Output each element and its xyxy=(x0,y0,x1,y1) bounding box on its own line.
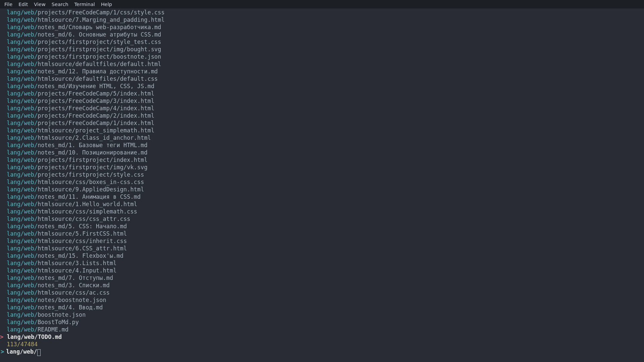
result-prefix: lang/web/ xyxy=(7,75,38,82)
fzf-result-line[interactable]: lang/web/notes_md/10. Позиционирование.m… xyxy=(0,149,644,156)
result-prefix: lang/web/ xyxy=(7,260,38,266)
fzf-result-line[interactable]: lang/web/htmlsource/5.FirstCSS.html xyxy=(0,230,644,237)
fzf-result-line[interactable]: lang/web/htmlsource/css/boxes_in-css.css xyxy=(0,178,644,186)
result-prefix: lang/web/ xyxy=(7,282,38,289)
result-path: notes_md/3. Списки.md xyxy=(38,282,110,289)
result-prefix: lang/web/ xyxy=(7,142,38,148)
fzf-result-line[interactable]: lang/web/notes_md/11. Анимация в CSS.md xyxy=(0,193,644,200)
result-path: htmlsource/defaultfiles/default.html xyxy=(38,61,161,67)
fzf-result-line[interactable]: lang/web/notes_md/1. Базовые теги HTML.m… xyxy=(0,141,644,149)
result-path: notes_md/12. Правила доступности.md xyxy=(38,68,158,75)
fzf-result-line[interactable]: lang/web/notes_md/5. CSS: Начало.md xyxy=(0,223,644,230)
result-prefix: lang/web/ xyxy=(7,9,38,16)
fzf-result-line[interactable]: lang/web/notes_md/4. Ввод.md xyxy=(0,304,644,311)
menu-help[interactable]: Help xyxy=(98,1,115,8)
fzf-prompt[interactable]: >lang/web/ xyxy=(0,348,644,355)
fzf-result-line[interactable]: lang/web/htmlsource/4.Input.html xyxy=(0,267,644,274)
result-path: htmlsource/css/inherit.css xyxy=(38,238,127,244)
fzf-result-line[interactable]: lang/web/htmlsource/css/inherit.css xyxy=(0,237,644,245)
result-prefix: lang/web/ xyxy=(7,68,38,75)
fzf-result-line[interactable]: lang/web/notes_md/3. Списки.md xyxy=(0,282,644,289)
result-path: htmlsource/defaultfiles/default.css xyxy=(38,75,158,82)
fzf-result-line[interactable]: lang/web/projects/firstproject/style.css xyxy=(0,171,644,178)
menu-edit[interactable]: Edit xyxy=(15,1,31,8)
result-path: boostnote.json xyxy=(38,311,86,318)
fzf-result-line[interactable]: lang/web/htmlsource/defaultfiles/default… xyxy=(0,60,644,68)
fzf-result-line[interactable]: lang/web/htmlsource/project_simplemath.h… xyxy=(0,127,644,134)
fzf-result-line[interactable]: lang/web/projects/firstproject/index.htm… xyxy=(0,156,644,164)
fzf-result-line[interactable]: lang/web/htmlsource/3.Lists.html xyxy=(0,259,644,267)
fzf-result-line[interactable]: lang/web/notes_md/Изучение HTML, CSS, JS… xyxy=(0,82,644,90)
fzf-result-line[interactable]: lang/web/notes_md/15. Flexbox'ы.md xyxy=(0,252,644,259)
menu-file[interactable]: File xyxy=(1,1,15,8)
result-path: htmlsource/6.CSS_attr.html xyxy=(38,245,127,252)
result-prefix: lang/web/ xyxy=(7,208,38,215)
fzf-result-line[interactable]: lang/web/README.md xyxy=(0,326,644,333)
result-path: notes/boostnote.json xyxy=(38,297,106,303)
fzf-result-line[interactable]: lang/web/projects/FreeCodeCamp/1/css/sty… xyxy=(0,9,644,16)
pointer-icon: > xyxy=(0,334,3,340)
fzf-result-line[interactable]: lang/web/notes_md/7. Отступы.md xyxy=(0,274,644,282)
fzf-result-line[interactable]: lang/web/projects/FreeCodeCamp/3/index.h… xyxy=(0,97,644,105)
result-path: htmlsource/css/simplemath.css xyxy=(38,208,137,215)
fzf-result-line[interactable]: lang/web/boostnote.json xyxy=(0,311,644,318)
result-prefix: lang/web/ xyxy=(7,245,38,252)
result-prefix: lang/web/ xyxy=(7,105,38,112)
fzf-result-line[interactable]: lang/web/notes_md/12. Правила доступност… xyxy=(0,68,644,75)
result-prefix: lang/web/ xyxy=(7,16,38,23)
result-prefix: lang/web/ xyxy=(7,31,38,38)
result-path: htmlsource/css/css_attr.css xyxy=(38,216,130,222)
fzf-result-line[interactable]: lang/web/htmlsource/css/ac.css xyxy=(0,289,644,296)
fzf-result-line[interactable]: lang/web/projects/firstproject/style_tes… xyxy=(0,38,644,46)
fzf-result-line[interactable]: lang/web/BoostToMd.py xyxy=(0,318,644,326)
result-path: htmlsource/css/ac.css xyxy=(38,289,110,296)
result-prefix: lang/web/ xyxy=(7,297,38,303)
fzf-result-line[interactable]: lang/web/htmlsource/defaultfiles/default… xyxy=(0,75,644,82)
menu-search[interactable]: Search xyxy=(49,1,71,8)
result-path: notes_md/Изучение HTML, CSS, JS.md xyxy=(38,83,154,89)
fzf-result-line[interactable]: lang/web/projects/firstproject/img/bough… xyxy=(0,46,644,53)
result-path: projects/firstproject/boostnote.json xyxy=(38,53,161,60)
fzf-result-line[interactable]: lang/web/projects/FreeCodeCamp/4/index.h… xyxy=(0,105,644,112)
menu-view[interactable]: View xyxy=(31,1,48,8)
result-path: projects/firstproject/img/bought.svg xyxy=(38,46,161,53)
result-path: projects/FreeCodeCamp/1/index.html xyxy=(38,120,154,126)
fzf-result-line[interactable]: lang/web/htmlsource/1.Hello_world.html xyxy=(0,200,644,208)
menubar: FileEditViewSearchTerminalHelp xyxy=(0,0,644,8)
fzf-result-line[interactable]: lang/web/htmlsource/9.AppliedDesign.html xyxy=(0,186,644,193)
result-path: notes_md/5. CSS: Начало.md xyxy=(38,223,127,230)
result-path: README.md xyxy=(38,326,68,333)
fzf-result-line[interactable]: lang/web/projects/FreeCodeCamp/2/index.h… xyxy=(0,112,644,119)
prompt-input[interactable]: lang/web/ xyxy=(6,348,37,355)
result-path: projects/firstproject/style.css xyxy=(38,171,144,178)
fzf-result-line[interactable]: lang/web/notes_md/Словарь web-разработчи… xyxy=(0,23,644,31)
fzf-result-line[interactable]: lang/web/htmlsource/css/simplemath.css xyxy=(0,208,644,215)
fzf-result-line[interactable]: lang/web/projects/FreeCodeCamp/5/index.h… xyxy=(0,90,644,97)
result-prefix: lang/web/ xyxy=(7,193,38,200)
fzf-result-line[interactable]: lang/web/htmlsource/css/css_attr.css xyxy=(0,215,644,223)
fzf-result-line[interactable]: lang/web/htmlsource/2.Class_id_anchor.ht… xyxy=(0,134,644,141)
fzf-selected-line[interactable]: > lang/web/TODO.md xyxy=(0,333,644,341)
result-path: projects/FreeCodeCamp/4/index.html xyxy=(38,105,154,112)
result-path: htmlsource/project_simplemath.html xyxy=(38,127,154,134)
result-prefix: lang/web/ xyxy=(7,201,38,207)
result-prefix: lang/web/ xyxy=(7,304,38,311)
result-path: projects/firstproject/style_test.css xyxy=(38,39,161,45)
fzf-result-line[interactable]: lang/web/htmlsource/6.CSS_attr.html xyxy=(0,245,644,252)
result-path: projects/FreeCodeCamp/1/css/style.css xyxy=(38,9,165,16)
fzf-result-line[interactable]: lang/web/projects/firstproject/img/vk.sv… xyxy=(0,164,644,171)
fzf-result-line[interactable]: lang/web/htmlsource/7.Marging_and_paddin… xyxy=(0,16,644,23)
prompt-marker-icon: > xyxy=(0,348,6,355)
result-path: projects/FreeCodeCamp/2/index.html xyxy=(38,112,154,119)
result-prefix: lang/web/ xyxy=(7,319,38,325)
menu-terminal[interactable]: Terminal xyxy=(71,1,98,8)
fzf-result-line[interactable]: lang/web/projects/FreeCodeCamp/1/index.h… xyxy=(0,119,644,127)
fzf-result-line[interactable]: lang/web/projects/firstproject/boostnote… xyxy=(0,53,644,60)
result-path: htmlsource/5.FirstCSS.html xyxy=(38,230,127,237)
result-path: notes_md/Словарь web-разработчика.md xyxy=(38,24,161,31)
fzf-result-line[interactable]: lang/web/notes/boostnote.json xyxy=(0,296,644,304)
fzf-result-line[interactable]: lang/web/notes_md/6. Основные атрибуты C… xyxy=(0,31,644,38)
result-prefix: lang/web/ xyxy=(7,326,38,333)
result-path: htmlsource/9.AppliedDesign.html xyxy=(38,186,144,193)
result-prefix: lang/web/ xyxy=(7,267,38,274)
